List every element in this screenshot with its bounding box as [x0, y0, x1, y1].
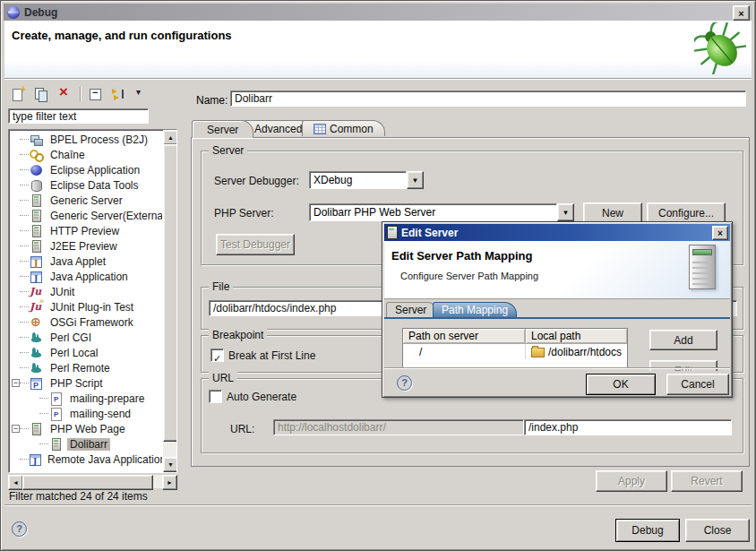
tab-server[interactable]: Server [192, 120, 253, 138]
tree-item-label: Chaîne [47, 149, 88, 161]
eclipse-icon [30, 163, 44, 177]
duplicate-configuration-button[interactable] [31, 85, 51, 103]
ok-button[interactable]: OK [586, 374, 656, 395]
window-title-bar[interactable]: Debug × [4, 4, 752, 21]
add-mapping-button[interactable]: Add [649, 330, 717, 350]
php-server-value[interactable]: Dolibarr PHP Web Server [309, 203, 557, 221]
tree-item-label: Generic Server(External La [47, 210, 162, 222]
url-path-input[interactable] [524, 419, 732, 435]
server-icon [30, 422, 44, 436]
edit-server-tab-strip: Server Path Mapping [384, 300, 730, 319]
server-debugger-combo[interactable]: XDebug ▼ [309, 171, 424, 189]
tree-item[interactable]: HTTP Preview [10, 223, 162, 238]
tree-item[interactable]: − PHP Script [10, 375, 162, 391]
horizontal-scroll-thumb[interactable] [22, 475, 153, 490]
break-first-line-checkbox[interactable] [210, 349, 224, 362]
tree-item[interactable]: Perl Remote [10, 360, 162, 375]
tree-item[interactable]: Remote Java Application [10, 452, 162, 467]
dialog-tab-path-mapping[interactable]: Path Mapping [433, 302, 517, 317]
test-debugger-button[interactable]: Test Debugger [216, 234, 295, 255]
combo-arrow-icon[interactable]: ▼ [557, 203, 574, 221]
filter-status-text: Filter matched 24 of 24 items [9, 490, 148, 503]
tree-expander[interactable]: − [12, 425, 20, 433]
vertical-scroll-thumb[interactable] [163, 144, 177, 442]
tree-vertical-scrollbar[interactable]: ▲ ▼ [163, 130, 176, 472]
tab-server-label: Server [207, 124, 238, 136]
collapse-all-button[interactable] [86, 85, 106, 103]
path-mapping-table: Path on server Local path / /dolibarr/ht… [402, 328, 628, 369]
cancel-button[interactable]: Cancel [666, 374, 729, 395]
tree-viewport[interactable]: BPEL Process (B2J) Chaîne Eclipse Applic… [10, 132, 162, 472]
tree-item[interactable]: Generic Server(External La [10, 208, 162, 223]
perl-icon [30, 331, 44, 345]
tree-item[interactable]: Eclipse Application [10, 162, 162, 177]
dialog-tab-server[interactable]: Server [386, 302, 435, 317]
column-header-local-path[interactable]: Local path [526, 329, 627, 344]
phpfile-icon [49, 392, 64, 406]
new-configuration-button[interactable] [8, 85, 28, 103]
revert-button[interactable]: Revert [671, 470, 743, 492]
dialog-tab-path-mapping-label: Path Mapping [442, 304, 508, 316]
debug-button[interactable]: Debug [615, 519, 680, 542]
server-debugger-value[interactable]: XDebug [309, 171, 407, 189]
filter-button[interactable] [109, 85, 129, 103]
tree-item[interactable]: − PHP Web Page [10, 421, 162, 436]
name-label: Name: [196, 94, 228, 107]
tree-item-label: PHP Web Page [47, 423, 128, 435]
tree-item-label: Java Applet [47, 255, 108, 268]
name-input[interactable] [230, 90, 746, 107]
tree-item-label: Generic Server [47, 194, 125, 207]
applet-icon [30, 254, 44, 269]
edit-server-title-bar[interactable]: Edit Server × [384, 224, 730, 241]
caret-down-icon [134, 87, 150, 101]
tree-item[interactable]: Eclipse Data Tools [10, 177, 162, 193]
column-header-path-on-server[interactable]: Path on server [403, 329, 526, 344]
tree-item[interactable]: mailing-prepare [10, 391, 162, 406]
tree-item[interactable]: Chaîne [10, 147, 162, 162]
scroll-down-button[interactable]: ▼ [163, 457, 177, 472]
perl-icon [30, 346, 44, 360]
tab-common-label: Common [330, 123, 374, 135]
phpwin-icon [30, 376, 44, 391]
junitplug-icon [30, 300, 44, 314]
php-server-combo[interactable]: Dolibarr PHP Web Server ▼ [309, 203, 574, 221]
eclipse-app-icon [7, 6, 20, 19]
tree-item[interactable]: Generic Server [10, 193, 162, 208]
tree-item-label: Java Application [47, 271, 131, 283]
url-base-input[interactable] [273, 419, 524, 435]
scroll-up-button[interactable]: ▲ [163, 130, 177, 145]
combo-arrow-icon[interactable]: ▼ [407, 171, 424, 189]
tree-item[interactable]: JUnit [10, 284, 162, 299]
auto-generate-checkbox[interactable] [209, 390, 222, 403]
remotejava-icon [30, 454, 41, 466]
tree-item-label: Perl CGI [47, 331, 94, 344]
edit-server-close-button[interactable]: × [712, 226, 728, 240]
tree-item[interactable]: Java Applet [10, 254, 162, 269]
tree-item[interactable]: Java Application [10, 269, 162, 284]
tree-item[interactable]: mailing-send [10, 406, 162, 421]
window-close-button[interactable]: × [733, 5, 750, 21]
dialog-tab-server-label: Server [395, 304, 426, 316]
tree-item[interactable]: Perl Local [10, 345, 162, 360]
tree-horizontal-scrollbar[interactable]: ◄ ► [8, 475, 177, 488]
delete-configuration-button[interactable] [55, 85, 74, 103]
close-button[interactable]: Close [685, 519, 750, 542]
tree-item[interactable]: OSGi Framework [10, 314, 162, 330]
filter-input[interactable] [8, 108, 149, 124]
tree-expander[interactable]: − [12, 379, 20, 387]
tree-item[interactable]: Dolibarr [10, 436, 162, 452]
auto-generate-label: Auto Generate [227, 391, 296, 403]
apply-button[interactable]: Apply [596, 470, 667, 492]
scroll-right-button[interactable]: ► [162, 475, 177, 490]
scroll-left-button[interactable]: ◄ [8, 475, 23, 490]
tab-common[interactable]: Common [302, 120, 385, 136]
dialog-help-icon[interactable]: ? [397, 375, 412, 391]
tree-item[interactable]: Perl CGI [10, 330, 162, 345]
tree-item[interactable]: JUnit Plug-in Test [10, 299, 162, 314]
path-mapping-row[interactable]: / /dolibarr/htdocs [403, 344, 627, 359]
configurations-tree[interactable]: BPEL Process (B2J) Chaîne Eclipse Applic… [8, 129, 177, 473]
tree-item[interactable]: BPEL Process (B2J) [10, 132, 162, 147]
tree-item[interactable]: J2EE Preview [10, 238, 162, 254]
help-icon[interactable]: ? [12, 521, 27, 537]
toolbar-menu-button[interactable] [133, 85, 152, 103]
